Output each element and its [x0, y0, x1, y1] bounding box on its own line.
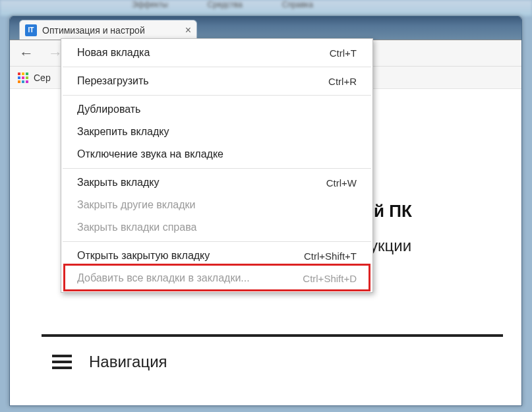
menu-separator	[63, 241, 371, 242]
hamburger-icon[interactable]	[52, 355, 72, 369]
menu-item-label: Закрыть другие вкладки	[77, 199, 357, 211]
menu-item-label: Открыть закрытую вкладку	[77, 250, 304, 262]
menu-item-6: Закрыть другие вкладки	[61, 194, 372, 216]
tab-context-menu: Новая вкладкаCtrl+TПерезагрузитьCtrl+RДу…	[61, 38, 373, 293]
menu-item-shortcut: Ctrl+T	[330, 47, 357, 59]
back-button[interactable]: ←	[15, 45, 38, 62]
menu-item-label: Закрыть вкладки справа	[77, 221, 357, 233]
menu-item-0[interactable]: Новая вкладкаCtrl+T	[61, 42, 372, 64]
menu-separator	[63, 95, 371, 96]
menu-item-shortcut: Ctrl+R	[328, 76, 357, 87]
menu-item-label: Закрепить вкладку	[77, 126, 357, 138]
bookmark-apps-label[interactable]: Сер	[34, 73, 51, 83]
menu-item-5[interactable]: Закрыть вкладкуCtrl+W	[61, 171, 372, 194]
navigation-label: Навигация	[89, 353, 167, 371]
menu-item-label: Отключение звука на вкладке	[77, 148, 357, 160]
menu-item-9: Добавить все вкладки в закладки...Ctrl+S…	[61, 267, 372, 289]
navigation-row: Навигация	[52, 353, 167, 371]
menu-item-3[interactable]: Закрепить вкладку	[61, 121, 372, 143]
menu-item-shortcut: Ctrl+Shift+T	[304, 250, 357, 262]
menu-item-label: Закрыть вкладку	[77, 177, 326, 189]
background-menu-words: Эффекты Средства Справка	[0, 0, 532, 15]
menu-item-2[interactable]: Дублировать	[61, 98, 372, 121]
menu-separator	[63, 168, 371, 169]
tab-close-icon[interactable]: ×	[185, 24, 191, 36]
tab-strip: IT Оптимизация и настрой ×	[10, 16, 521, 40]
apps-grid-icon[interactable]	[18, 73, 28, 83]
menu-item-1[interactable]: ПерезагрузитьCtrl+R	[61, 70, 372, 92]
menu-item-8[interactable]: Открыть закрытую вкладкуCtrl+Shift+T	[61, 245, 372, 267]
browser-tab[interactable]: IT Оптимизация и настрой ×	[19, 20, 197, 40]
tab-title: Оптимизация и настрой	[42, 25, 145, 36]
menu-separator	[63, 67, 371, 67]
favicon-icon: IT	[25, 24, 37, 36]
content-divider	[42, 334, 503, 337]
menu-item-label: Перезагрузить	[77, 75, 328, 87]
menu-item-label: Новая вкладка	[77, 47, 330, 59]
menu-item-label: Добавить все вкладки в закладки...	[77, 272, 303, 284]
menu-item-7: Закрыть вкладки справа	[61, 216, 372, 239]
menu-item-label: Дублировать	[77, 103, 357, 115]
menu-item-shortcut: Ctrl+W	[326, 177, 357, 189]
menu-item-shortcut: Ctrl+Shift+D	[303, 273, 357, 284]
menu-item-4[interactable]: Отключение звука на вкладке	[61, 143, 372, 165]
